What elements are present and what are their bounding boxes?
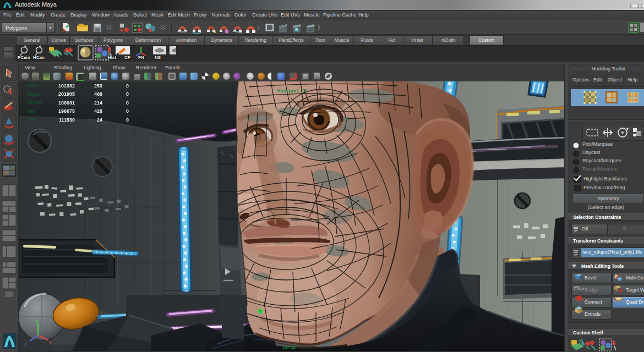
svg-text:102332: 102332 xyxy=(58,83,75,89)
svg-text:100031: 100031 xyxy=(58,100,75,106)
svg-text:Connect: Connect xyxy=(585,299,602,305)
svg-text:201905: 201905 xyxy=(58,91,75,97)
svg-text:UVs:: UVs: xyxy=(26,117,37,122)
svg-text:Verts:: Verts: xyxy=(26,82,40,88)
svg-text:Bridge: Bridge xyxy=(585,287,598,293)
svg-text:196675: 196675 xyxy=(58,108,75,114)
svg-text:0: 0 xyxy=(126,100,129,106)
svg-text:214: 214 xyxy=(94,100,102,106)
svg-text:428: 428 xyxy=(94,108,102,114)
svg-text:y: y xyxy=(36,318,39,323)
svg-text:111530: 111530 xyxy=(59,117,75,123)
svg-text:Edges:: Edges: xyxy=(26,91,42,97)
svg-text:0: 0 xyxy=(126,117,129,123)
svg-text:z: z xyxy=(24,341,27,346)
svg-text:0: 0 xyxy=(126,91,129,97)
svg-text:Modeling Toolkit: Modeling Toolkit xyxy=(592,66,625,72)
svg-text:Target W: Target W xyxy=(626,287,644,293)
svg-text:Bevel: Bevel xyxy=(585,275,596,280)
svg-text:persp: persp xyxy=(283,344,296,350)
svg-text:x: x xyxy=(49,339,52,345)
svg-text:Extrude: Extrude xyxy=(585,311,601,317)
svg-text:24: 24 xyxy=(97,117,102,123)
svg-text:Viewport 2.0: Viewport 2.0 xyxy=(277,87,308,94)
svg-text:468: 468 xyxy=(94,91,102,97)
svg-text:Tris:: Tris: xyxy=(26,108,36,114)
svg-text:253: 253 xyxy=(94,83,102,89)
svg-text:Multi-Cu: Multi-Cu xyxy=(626,275,643,280)
svg-text:0: 0 xyxy=(126,83,129,89)
svg-text:Faces:: Faces: xyxy=(26,100,41,105)
svg-text:0: 0 xyxy=(126,108,129,114)
svg-text:Quad Dr: Quad Dr xyxy=(626,299,643,305)
